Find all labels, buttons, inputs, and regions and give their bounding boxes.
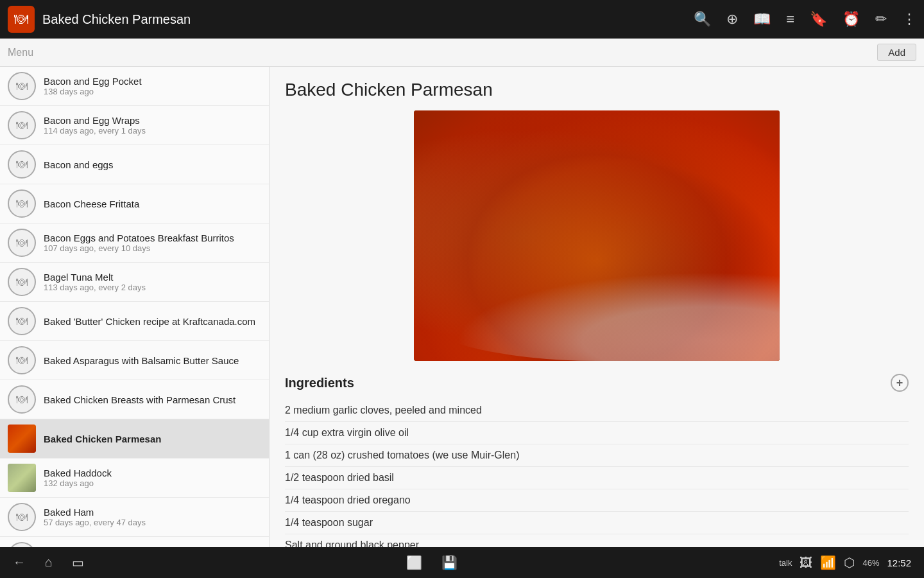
menu-bar: Menu Add [0,39,924,67]
edit-icon[interactable]: ✏ [875,11,887,28]
recipe-sub-4: 107 days ago, every 10 days [44,243,234,253]
nav-left: ← ⌂ ▭ [13,555,84,570]
app-icon: 🍽 [8,6,35,33]
main-content: Bacon and Egg Pocket138 days agoBacon an… [0,67,924,547]
app-title: Baked Chicken Parmesan [42,12,686,27]
sidebar-item-1[interactable]: Bacon and Egg Wraps114 days ago, every 1… [0,106,269,145]
nav-right: talk 🖼 📶 ⬡ 46% 12:52 [779,555,911,570]
recipe-sub-10: 132 days ago [44,478,112,488]
back-icon[interactable]: ← [13,555,26,570]
sidebar-item-5[interactable]: Bagel Tuna Melt113 days ago, every 2 day… [0,263,269,302]
sidebar-item-6[interactable]: Baked 'Butter' Chicken recipe at Kraftca… [0,302,269,341]
add-button[interactable]: Add [877,44,916,61]
menu-label: Menu [8,47,33,58]
recipe-image [414,110,780,361]
window-icon[interactable]: ⬜ [406,555,422,570]
sidebar-item-10[interactable]: Baked Haddock132 days ago [0,459,269,498]
alarm-icon[interactable]: ⏰ [843,11,860,28]
recipe-name-7: Baked Asparagus with Balsamic Butter Sau… [44,355,239,366]
recipe-content: Baked Chicken Parmesan Ingredients + 2 m… [270,67,924,547]
recipe-name-4: Bacon Eggs and Potatoes Breakfast Burrit… [44,232,234,243]
sidebar-item-11[interactable]: Baked Ham57 days ago, every 47 days [0,498,269,537]
sidebar-item-0[interactable]: Bacon and Egg Pocket138 days ago [0,67,269,106]
recipe-sub-0: 138 days ago [44,87,142,96]
wifi-icon[interactable]: 📶 [820,555,836,570]
sidebar-item-3[interactable]: Bacon Cheese Frittata [0,184,269,223]
home-icon[interactable]: ⌂ [45,555,53,570]
ingredient-item-2: 1 can (28 oz) crushed tomatoes (we use M… [285,444,909,467]
more-icon[interactable]: ⋮ [902,11,916,28]
ingredient-item-3: 1/2 teaspoon dried basil [285,467,909,489]
recipe-name-0: Bacon and Egg Pocket [44,76,142,87]
recipe-sub-5: 113 days ago, every 2 days [44,283,146,292]
clock: 12:52 [887,557,911,568]
recipe-name-10: Baked Haddock [44,468,112,478]
top-bar: 🍽 Baked Chicken Parmesan 🔍 ⊕ 📖 ≡ 🔖 ⏰ ✏ ⋮ [0,0,924,39]
ingredient-item-5: 1/4 teaspoon sugar [285,512,909,534]
recipe-name-11: Baked Ham [44,507,146,518]
image-icon[interactable]: 🖼 [800,556,812,570]
add-ingredient-button[interactable]: + [891,374,909,392]
ingredient-item-0: 2 medium garlic cloves, peeled and mince… [285,399,909,422]
recipe-name-2: Bacon and eggs [44,159,113,170]
sidebar-item-12[interactable]: Baked Shrimp with Feta and Tomato188 day… [0,537,269,547]
ingredients-list: 2 medium garlic cloves, peeled and mince… [285,399,909,547]
ingredient-item-1: 1/4 cup extra virgin olive oil [285,422,909,444]
ingredients-label: Ingredients [285,376,354,390]
recipe-name-8: Baked Chicken Breasts with Parmesan Crus… [44,394,235,405]
ingredients-section: Ingredients + [285,374,909,392]
top-icons: 🔍 ⊕ 📖 ≡ 🔖 ⏰ ✏ ⋮ [694,11,916,28]
filter-icon[interactable]: ≡ [786,11,794,28]
recipe-name-3: Bacon Cheese Frittata [44,198,139,209]
bottom-bar: ← ⌂ ▭ ⬜ 💾 talk 🖼 📶 ⬡ 46% 12:52 [0,547,924,578]
recipe-name-5: Bagel Tuna Melt [44,272,146,283]
add-circle-icon[interactable]: ⊕ [726,11,738,28]
recents-icon[interactable]: ▭ [72,555,84,570]
sidebar: Bacon and Egg Pocket138 days agoBacon an… [0,67,270,547]
recipe-sub-11: 57 days ago, every 47 days [44,518,146,527]
sidebar-item-2[interactable]: Bacon and eggs [0,145,269,184]
book-icon[interactable]: 📖 [753,11,771,28]
ingredient-item-6: Salt and ground black pepper [285,534,909,547]
tag-icon[interactable]: 🔖 [810,11,827,28]
storage-icon[interactable]: 💾 [441,555,458,570]
sidebar-item-7[interactable]: Baked Asparagus with Balsamic Butter Sau… [0,341,269,380]
sidebar-item-4[interactable]: Bacon Eggs and Potatoes Breakfast Burrit… [0,223,269,263]
sidebar-item-8[interactable]: Baked Chicken Breasts with Parmesan Crus… [0,380,269,419]
bluetooth-icon[interactable]: ⬡ [844,555,855,570]
ingredient-item-4: 1/4 teaspoon dried oregano [285,489,909,512]
search-icon[interactable]: 🔍 [694,11,711,28]
recipe-name-6: Baked 'Butter' Chicken recipe at Kraftca… [44,316,255,327]
talk-icon[interactable]: talk [779,558,792,568]
nav-center: ⬜ 💾 [406,555,458,570]
recipe-name-9: Baked Chicken Parmesan [44,434,161,444]
recipe-title: Baked Chicken Parmesan [285,80,909,100]
recipe-name-1: Bacon and Egg Wraps [44,115,146,126]
sidebar-item-9[interactable]: Baked Chicken Parmesan [0,419,269,459]
battery-indicator: 46% [862,558,879,568]
recipe-sub-1: 114 days ago, every 1 days [44,126,146,136]
